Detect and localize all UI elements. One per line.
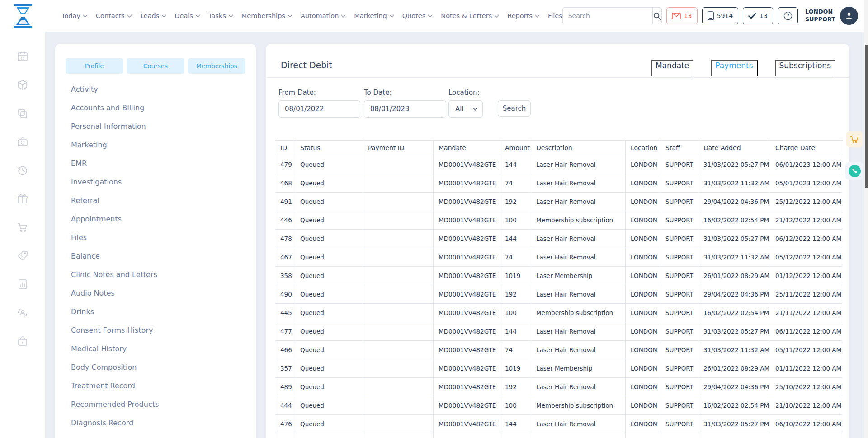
search-icon[interactable] bbox=[652, 8, 661, 24]
from-date-label: From Date: bbox=[278, 89, 316, 97]
cell-payment-id bbox=[363, 304, 434, 322]
chevron-down-icon bbox=[535, 14, 540, 18]
cart-icon[interactable] bbox=[17, 221, 28, 233]
avatar[interactable] bbox=[840, 7, 858, 25]
table-row: 446 Queued MD0001VV482GTE 100 Membership… bbox=[275, 211, 843, 230]
cell-location: LONDON bbox=[626, 415, 660, 433]
nav-item[interactable]: Memberships bbox=[241, 12, 292, 19]
client-menu-item[interactable]: Body Composition bbox=[66, 358, 245, 377]
client-menu-item[interactable]: Recommended Products bbox=[66, 395, 245, 414]
client-menu-item[interactable]: Medical History bbox=[66, 339, 245, 358]
client-menu-item[interactable]: Consent Forms History bbox=[66, 321, 245, 339]
cell-description: Laser Hair Removal bbox=[531, 433, 626, 438]
cell-id: 479 bbox=[275, 155, 295, 174]
tasks-badge[interactable]: 13 bbox=[743, 7, 773, 24]
cell-location: LONDON bbox=[626, 359, 660, 378]
cell-description: Laser Hair Removal bbox=[531, 285, 626, 304]
table-header-row: IDStatusPayment IDMandateAmountDescripti… bbox=[275, 141, 843, 155]
gift-icon[interactable] bbox=[17, 193, 28, 205]
search-input[interactable] bbox=[563, 8, 652, 24]
cell-staff: SUPPORT bbox=[660, 174, 698, 193]
client-menu-item[interactable]: Investigations bbox=[66, 173, 245, 191]
nav-item[interactable]: Notes & Letters bbox=[441, 12, 499, 19]
nav-item[interactable]: Leads bbox=[140, 12, 166, 19]
windows-icon[interactable] bbox=[17, 108, 28, 119]
client-menu-item[interactable]: Audio Notes bbox=[66, 284, 245, 302]
calendar-icon[interactable]: 12 bbox=[17, 51, 28, 62]
help-button[interactable]: ? bbox=[778, 7, 798, 24]
sms-count: 5914 bbox=[717, 12, 733, 19]
cell-amount: 74 bbox=[500, 248, 531, 267]
cell-mandate: MD0001VV482GTE bbox=[434, 211, 500, 230]
direct-debit-tab[interactable]: Payments bbox=[711, 60, 757, 76]
cell-location: LONDON bbox=[626, 230, 660, 248]
case-lock-icon[interactable] bbox=[17, 335, 28, 347]
floating-cart-button[interactable] bbox=[846, 131, 863, 147]
client-tab[interactable]: Profile bbox=[66, 58, 123, 74]
chevron-down-icon bbox=[195, 14, 200, 18]
from-date-input[interactable] bbox=[278, 100, 360, 118]
cell-mandate: MD0001VV482GTE bbox=[434, 359, 500, 378]
support-icon[interactable] bbox=[17, 307, 28, 319]
nav-item[interactable]: Reports bbox=[507, 12, 540, 19]
client-menu-item[interactable]: Personal Information bbox=[66, 117, 245, 136]
cell-charge-date: 21/12/2022 12:00 AM bbox=[770, 211, 842, 230]
history-icon[interactable] bbox=[17, 165, 28, 176]
floating-phone-button[interactable] bbox=[845, 162, 863, 180]
direct-debit-tab[interactable]: Mandate bbox=[651, 60, 693, 76]
client-menu-item[interactable]: Clinic Notes and Letters bbox=[66, 265, 245, 284]
sms-badge[interactable]: 5914 bbox=[702, 7, 739, 24]
client-menu-item[interactable]: Activity bbox=[66, 80, 245, 99]
cell-payment-id bbox=[363, 285, 434, 304]
direct-debit-tab[interactable]: Subscriptions bbox=[775, 60, 835, 76]
client-menu-item[interactable]: Balance bbox=[66, 247, 245, 265]
to-date-input[interactable] bbox=[364, 100, 446, 118]
table-row: 491 Queued MD0001VV482GTE 192 Laser Hair… bbox=[275, 193, 843, 211]
scrollbar-thumb[interactable] bbox=[865, 45, 868, 188]
cell-date-added: 26/01/2022 08:29 AM bbox=[698, 359, 770, 378]
price-tag-icon[interactable]: $ bbox=[17, 250, 28, 262]
nav-item[interactable]: Quotes bbox=[402, 12, 433, 19]
client-menu-item[interactable]: Referral bbox=[66, 191, 245, 210]
table-row: 445 Queued MD0001VV482GTE 100 Membership… bbox=[275, 304, 843, 322]
client-menu-item[interactable]: Accounts and Billing bbox=[66, 99, 245, 117]
messages-badge[interactable]: 13 bbox=[666, 7, 698, 24]
column-header: Location bbox=[626, 141, 660, 155]
client-menu-item[interactable]: Diagnosis Record bbox=[66, 414, 245, 432]
nav-item[interactable]: Automation bbox=[301, 12, 346, 19]
client-tab[interactable]: Memberships bbox=[188, 58, 245, 74]
cell-date-added: 26/01/2022 08:29 AM bbox=[698, 267, 770, 285]
client-menu-item[interactable]: Treatment Record bbox=[66, 377, 245, 395]
nav-item[interactable]: Contacts bbox=[96, 12, 132, 19]
cell-mandate: MD0001VV482GTE bbox=[434, 174, 500, 193]
nav-item[interactable]: Files bbox=[548, 12, 562, 19]
cell-location: LONDON bbox=[626, 304, 660, 322]
nav-item[interactable]: Tasks bbox=[208, 12, 233, 19]
client-menu-item[interactable]: EMR bbox=[66, 154, 245, 173]
cell-amount: 100 bbox=[500, 304, 531, 322]
client-menu-item[interactable]: Appointments bbox=[66, 210, 245, 228]
cart-icon bbox=[849, 134, 859, 144]
cell-mandate: MD0001VV482GTE bbox=[434, 433, 500, 438]
table-row: 477 Queued MD0001VV482GTE 144 Laser Hair… bbox=[275, 322, 843, 341]
location-select[interactable]: All bbox=[448, 100, 483, 118]
client-tab[interactable]: Courses bbox=[127, 58, 184, 74]
nav-item[interactable]: Deals bbox=[175, 12, 200, 19]
app-logo-icon[interactable] bbox=[13, 4, 33, 28]
nav-item[interactable]: Marketing bbox=[354, 12, 394, 19]
client-menu-item[interactable]: Direct Debit bbox=[66, 432, 245, 438]
cell-charge-date: 25/11/2022 12:00 AM bbox=[770, 285, 842, 304]
cell-charge-date: 06/12/2022 12:00 AM bbox=[770, 230, 842, 248]
report-icon[interactable] bbox=[17, 278, 28, 290]
top-bar: Today Contacts Leads Deals bbox=[0, 0, 868, 32]
cell-id: 444 bbox=[275, 396, 295, 415]
cell-id: 445 bbox=[275, 304, 295, 322]
cell-staff: SUPPORT bbox=[660, 285, 698, 304]
filter-search-button[interactable]: Search bbox=[498, 100, 531, 117]
client-menu-item[interactable]: Files bbox=[66, 228, 245, 247]
camera-icon[interactable] bbox=[17, 136, 28, 148]
nav-item[interactable]: Today bbox=[61, 12, 88, 19]
client-menu-item[interactable]: Marketing bbox=[66, 136, 245, 154]
package-icon[interactable] bbox=[17, 79, 28, 91]
client-menu-item[interactable]: Drinks bbox=[66, 302, 245, 321]
